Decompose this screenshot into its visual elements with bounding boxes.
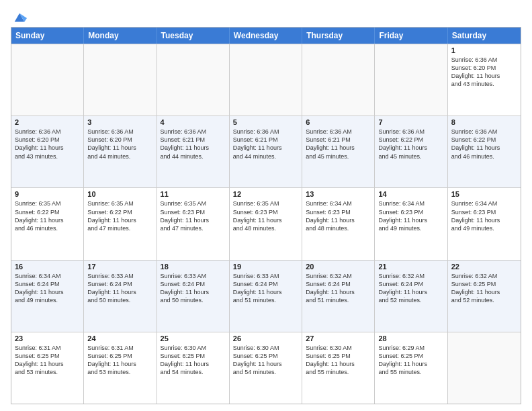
cal-day-28: 28Sunrise: 6:29 AM Sunset: 6:25 PM Dayli… (375, 332, 447, 404)
header (11, 11, 521, 23)
cal-week-1: 1Sunrise: 6:36 AM Sunset: 6:20 PM Daylig… (11, 44, 521, 116)
day-number: 14 (378, 190, 443, 198)
day-number: 3 (87, 118, 152, 126)
day-number: 18 (161, 263, 226, 271)
day-info: Sunrise: 6:31 AM Sunset: 6:25 PM Dayligh… (87, 344, 152, 377)
day-info: Sunrise: 6:36 AM Sunset: 6:20 PM Dayligh… (451, 56, 517, 89)
cal-day-8: 8Sunrise: 6:36 AM Sunset: 6:22 PM Daylig… (448, 116, 521, 187)
day-number: 12 (233, 190, 298, 198)
day-number: 10 (87, 190, 152, 198)
cal-day-2: 2Sunrise: 6:36 AM Sunset: 6:20 PM Daylig… (11, 116, 84, 187)
day-info: Sunrise: 6:34 AM Sunset: 6:23 PM Dayligh… (451, 199, 517, 232)
day-number: 7 (378, 118, 443, 126)
cal-week-2: 2Sunrise: 6:36 AM Sunset: 6:20 PM Daylig… (11, 116, 521, 187)
day-info: Sunrise: 6:33 AM Sunset: 6:24 PM Dayligh… (233, 272, 298, 305)
cal-day-24: 24Sunrise: 6:31 AM Sunset: 6:25 PM Dayli… (84, 332, 157, 404)
cal-day-3: 3Sunrise: 6:36 AM Sunset: 6:20 PM Daylig… (84, 116, 157, 187)
day-info: Sunrise: 6:36 AM Sunset: 6:20 PM Dayligh… (15, 128, 80, 161)
day-info: Sunrise: 6:34 AM Sunset: 6:24 PM Dayligh… (15, 272, 80, 305)
day-info: Sunrise: 6:35 AM Sunset: 6:23 PM Dayligh… (233, 199, 298, 232)
cal-day-13: 13Sunrise: 6:34 AM Sunset: 6:23 PM Dayli… (302, 188, 375, 259)
cal-week-5: 23Sunrise: 6:31 AM Sunset: 6:25 PM Dayli… (11, 332, 521, 404)
day-number: 1 (451, 46, 517, 54)
cal-day-21: 21Sunrise: 6:32 AM Sunset: 6:24 PM Dayli… (375, 261, 447, 332)
cal-day-empty (230, 44, 302, 116)
cal-day-9: 9Sunrise: 6:35 AM Sunset: 6:22 PM Daylig… (11, 188, 84, 259)
day-info: Sunrise: 6:30 AM Sunset: 6:25 PM Dayligh… (306, 344, 371, 377)
logo-icon (12, 11, 27, 26)
day-info: Sunrise: 6:34 AM Sunset: 6:23 PM Dayligh… (378, 199, 443, 232)
day-number: 22 (451, 263, 517, 271)
cal-day-25: 25Sunrise: 6:30 AM Sunset: 6:25 PM Dayli… (157, 332, 230, 404)
day-number: 9 (15, 190, 80, 198)
day-info: Sunrise: 6:33 AM Sunset: 6:24 PM Dayligh… (87, 272, 152, 305)
cal-week-3: 9Sunrise: 6:35 AM Sunset: 6:22 PM Daylig… (11, 187, 521, 259)
day-info: Sunrise: 6:31 AM Sunset: 6:25 PM Dayligh… (15, 344, 80, 377)
calendar-header: SundayMondayTuesdayWednesdayThursdayFrid… (11, 28, 521, 44)
day-info: Sunrise: 6:36 AM Sunset: 6:21 PM Dayligh… (306, 128, 371, 161)
cal-day-22: 22Sunrise: 6:32 AM Sunset: 6:25 PM Dayli… (448, 261, 521, 332)
day-info: Sunrise: 6:32 AM Sunset: 6:25 PM Dayligh… (451, 272, 517, 305)
day-info: Sunrise: 6:36 AM Sunset: 6:22 PM Dayligh… (451, 128, 517, 161)
cal-day-18: 18Sunrise: 6:33 AM Sunset: 6:24 PM Dayli… (157, 261, 230, 332)
day-number: 19 (233, 263, 298, 271)
cal-header-sunday: Sunday (11, 28, 84, 44)
day-info: Sunrise: 6:36 AM Sunset: 6:21 PM Dayligh… (161, 128, 226, 161)
day-info: Sunrise: 6:32 AM Sunset: 6:24 PM Dayligh… (306, 272, 371, 305)
cal-day-27: 27Sunrise: 6:30 AM Sunset: 6:25 PM Dayli… (302, 332, 375, 404)
day-number: 26 (233, 334, 298, 342)
page: SundayMondayTuesdayWednesdayThursdayFrid… (0, 0, 532, 411)
day-info: Sunrise: 6:30 AM Sunset: 6:25 PM Dayligh… (233, 344, 298, 377)
day-info: Sunrise: 6:36 AM Sunset: 6:22 PM Dayligh… (378, 128, 443, 161)
day-number: 4 (161, 118, 226, 126)
day-number: 16 (15, 263, 80, 271)
calendar: SundayMondayTuesdayWednesdayThursdayFrid… (11, 27, 521, 404)
cal-day-5: 5Sunrise: 6:36 AM Sunset: 6:21 PM Daylig… (230, 116, 302, 187)
cal-header-monday: Monday (84, 28, 157, 44)
day-number: 5 (233, 118, 298, 126)
cal-header-thursday: Thursday (302, 28, 375, 44)
cal-day-empty (448, 332, 521, 404)
day-number: 17 (87, 263, 152, 271)
logo (11, 11, 27, 23)
day-number: 23 (15, 334, 80, 342)
day-number: 2 (15, 118, 80, 126)
cal-header-friday: Friday (375, 28, 447, 44)
cal-header-tuesday: Tuesday (157, 28, 230, 44)
day-number: 6 (306, 118, 371, 126)
cal-week-4: 16Sunrise: 6:34 AM Sunset: 6:24 PM Dayli… (11, 260, 521, 332)
cal-day-26: 26Sunrise: 6:30 AM Sunset: 6:25 PM Dayli… (230, 332, 302, 404)
day-number: 15 (451, 190, 517, 198)
cal-day-15: 15Sunrise: 6:34 AM Sunset: 6:23 PM Dayli… (448, 188, 521, 259)
day-number: 27 (306, 334, 371, 342)
day-number: 11 (161, 190, 226, 198)
day-info: Sunrise: 6:34 AM Sunset: 6:23 PM Dayligh… (306, 199, 371, 232)
cal-day-4: 4Sunrise: 6:36 AM Sunset: 6:21 PM Daylig… (157, 116, 230, 187)
cal-day-empty (375, 44, 447, 116)
day-number: 24 (87, 334, 152, 342)
cal-header-wednesday: Wednesday (230, 28, 302, 44)
cal-day-10: 10Sunrise: 6:35 AM Sunset: 6:22 PM Dayli… (84, 188, 157, 259)
cal-day-empty (157, 44, 230, 116)
cal-day-empty (302, 44, 375, 116)
day-number: 20 (306, 263, 371, 271)
cal-day-23: 23Sunrise: 6:31 AM Sunset: 6:25 PM Dayli… (11, 332, 84, 404)
day-info: Sunrise: 6:35 AM Sunset: 6:22 PM Dayligh… (15, 199, 80, 232)
day-info: Sunrise: 6:30 AM Sunset: 6:25 PM Dayligh… (161, 344, 226, 377)
day-number: 21 (378, 263, 443, 271)
cal-day-6: 6Sunrise: 6:36 AM Sunset: 6:21 PM Daylig… (302, 116, 375, 187)
cal-day-20: 20Sunrise: 6:32 AM Sunset: 6:24 PM Dayli… (302, 261, 375, 332)
cal-day-empty (11, 44, 84, 116)
day-info: Sunrise: 6:29 AM Sunset: 6:25 PM Dayligh… (378, 344, 443, 377)
day-info: Sunrise: 6:36 AM Sunset: 6:20 PM Dayligh… (87, 128, 152, 161)
cal-day-7: 7Sunrise: 6:36 AM Sunset: 6:22 PM Daylig… (375, 116, 447, 187)
cal-day-1: 1Sunrise: 6:36 AM Sunset: 6:20 PM Daylig… (448, 44, 521, 116)
calendar-body: 1Sunrise: 6:36 AM Sunset: 6:20 PM Daylig… (11, 44, 521, 404)
cal-day-14: 14Sunrise: 6:34 AM Sunset: 6:23 PM Dayli… (375, 188, 447, 259)
day-number: 25 (161, 334, 226, 342)
cal-day-12: 12Sunrise: 6:35 AM Sunset: 6:23 PM Dayli… (230, 188, 302, 259)
day-number: 28 (378, 334, 443, 342)
cal-day-19: 19Sunrise: 6:33 AM Sunset: 6:24 PM Dayli… (230, 261, 302, 332)
day-number: 13 (306, 190, 371, 198)
day-info: Sunrise: 6:32 AM Sunset: 6:24 PM Dayligh… (378, 272, 443, 305)
